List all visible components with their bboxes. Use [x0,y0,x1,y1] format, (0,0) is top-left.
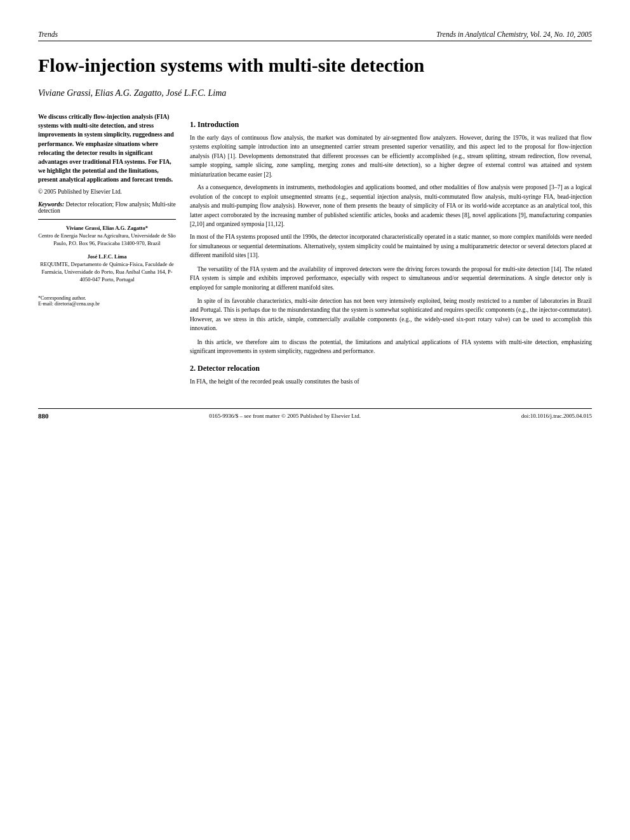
left-column: We discuss critically flow-injection ana… [38,112,187,390]
right-column: 1. Introduction In the early days of con… [187,112,592,390]
corresponding-email: E-mail: diretoria@cena.usp.br [38,301,176,307]
footer-page-number: 880 [38,412,49,420]
section2-para1: In FIA, the height of the recorded peak … [190,377,592,386]
corresponding-author: *Corresponding author. E-mail: diretoria… [38,295,176,307]
section1-para1: In the early days of continuous flow ana… [190,133,592,179]
affil-2-names: José L.F.C. Lima [38,253,176,260]
keywords: Keywords: Detector relocation; Flow anal… [38,201,176,214]
article-title: Flow-injection systems with multi-site d… [38,54,592,77]
page: Trends Trends in Analytical Chemistry, V… [0,0,630,840]
abstract-text: We discuss critically flow-injection ana… [38,112,176,185]
right-para4: In this article, we therefore aim to dis… [190,338,592,356]
section1-para2: As a consequence, developments in instru… [190,183,592,229]
footer-bar: 880 0165-9936/$ – see front matter © 200… [38,408,592,420]
section1-body: In the early days of continuous flow ana… [190,133,592,229]
right-para3: In spite of its favorable characteristic… [190,297,592,333]
footer-doi: doi:10.1016/j.trac.2005.04.015 [521,413,592,419]
header-left: Trends [38,30,58,38]
section2-body: In FIA, the height of the recorded peak … [190,377,592,386]
affil-2-address: REQUIMTE, Departamento de Química-Física… [38,261,176,284]
affil-1-address: Centro de Energia Nuclear na Agricultura… [38,232,176,248]
affiliation-1: Viviane Grassi, Elias A.G. Zagatto* Cent… [38,225,176,248]
header-right: Trends in Analytical Chemistry, Vol. 24,… [436,30,592,38]
affil-1-names: Viviane Grassi, Elias A.G. Zagatto* [38,225,176,231]
section1-right-body: In most of the FIA systems proposed unti… [190,232,592,356]
two-column-layout: We discuss critically flow-injection ana… [38,112,592,390]
section1-title: 1. Introduction [190,120,592,130]
authors: Viviane Grassi, Elias A.G. Zagatto, José… [38,88,592,98]
keywords-label: Keywords: [38,201,64,208]
right-para1: In most of the FIA systems proposed unti… [190,232,592,260]
divider [38,219,176,220]
right-para2: The versatility of the FIA system and th… [190,265,592,292]
copyright: © 2005 Published by Elsevier Ltd. [38,189,176,195]
section2-title: 2. Detector relocation [190,364,592,373]
corresponding-note: *Corresponding author. [38,295,176,301]
footer-center: 0165-9936/$ – see front matter © 2005 Pu… [209,413,361,419]
header-bar: Trends Trends in Analytical Chemistry, V… [38,30,592,41]
abstract-box: We discuss critically flow-injection ana… [38,112,176,195]
affiliation-2: José L.F.C. Lima REQUIMTE, Departamento … [38,253,176,284]
